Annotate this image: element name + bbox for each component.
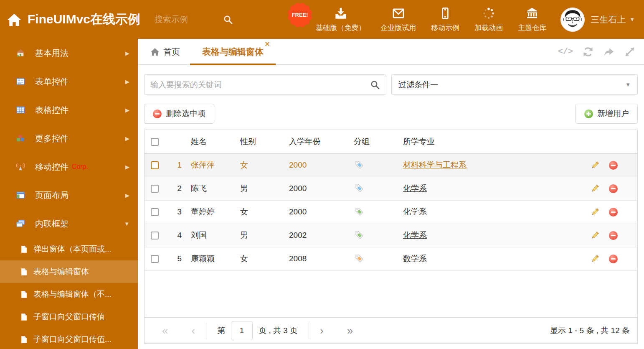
sidebar-subitem-popup[interactable]: 弹出窗体（本页面或... bbox=[0, 238, 138, 260]
delete-selected-button[interactable]: 删除选中项 bbox=[144, 104, 214, 124]
row-checkbox[interactable] bbox=[151, 255, 159, 263]
house-icon bbox=[16, 48, 25, 58]
first-page-button[interactable]: « bbox=[162, 325, 168, 336]
antenna-icon bbox=[16, 162, 25, 171]
sidebar-item-basic[interactable]: 基本用法 ▶ bbox=[0, 39, 138, 67]
header-action-themes[interactable]: 主题仓库 bbox=[518, 7, 546, 33]
table-row: 2陈飞男2000化学系 bbox=[145, 177, 637, 200]
edit-icon[interactable] bbox=[591, 231, 600, 240]
pagination-bar: « ‹ 第 页 , 共 3 页 › » 显示 1 - 5 条 , 共 12 条 bbox=[145, 317, 637, 343]
enroll-year: 2000 bbox=[286, 200, 350, 224]
sidebar-subitem-grid-window-2[interactable]: 表格与编辑窗体（不... bbox=[0, 283, 138, 306]
refresh-icon[interactable] bbox=[582, 46, 594, 58]
edit-icon[interactable] bbox=[591, 254, 600, 263]
search-icon[interactable] bbox=[223, 15, 233, 25]
major-link[interactable]: 化学系 bbox=[403, 231, 427, 239]
student-name: 张萍萍 bbox=[188, 153, 237, 177]
mobile-icon bbox=[439, 7, 452, 20]
sidebar-item-more[interactable]: 更多控件 ▶ bbox=[0, 124, 138, 153]
enroll-year: 2000 bbox=[286, 177, 350, 200]
sidebar-item-mobile[interactable]: 移动控件 Corp. ▶ bbox=[0, 153, 138, 181]
sidebar-item-grid[interactable]: 表格控件 ▶ bbox=[0, 96, 138, 124]
grid-toolbar: 删除选中项 新增用户 bbox=[144, 104, 638, 124]
edit-icon[interactable] bbox=[591, 207, 600, 217]
close-icon[interactable]: × bbox=[265, 40, 270, 48]
sidebar-subitem-child-value-2[interactable]: 子窗口向父窗口传值... bbox=[0, 328, 138, 349]
delete-icon[interactable] bbox=[609, 161, 618, 170]
header-action-basic[interactable]: FREE! 基础版（免费） bbox=[316, 7, 365, 33]
sidebar-item-form[interactable]: 表单控件 ▶ bbox=[0, 67, 138, 96]
keyword-search-input[interactable] bbox=[150, 80, 370, 89]
delete-icon[interactable] bbox=[609, 184, 618, 193]
chevron-right-icon: ▶ bbox=[125, 192, 129, 199]
record-summary: 显示 1 - 5 条 , 共 12 条 bbox=[550, 325, 630, 336]
col-year: 入学年份 bbox=[286, 130, 350, 153]
sidebar-item-layout[interactable]: 页面布局 ▶ bbox=[0, 181, 138, 209]
col-major: 所学专业 bbox=[400, 130, 587, 153]
app-title: FineUIMvc在线示例 bbox=[28, 11, 140, 28]
tag-icon bbox=[354, 229, 364, 239]
enroll-year: 2000 bbox=[286, 153, 350, 177]
edit-icon[interactable] bbox=[591, 184, 600, 193]
table-row: 5康颖颖女2008数学系 bbox=[145, 247, 637, 270]
cubes-icon bbox=[16, 134, 25, 143]
header-search-input[interactable] bbox=[155, 15, 217, 24]
major-link[interactable]: 材料科学与工程系 bbox=[403, 160, 467, 169]
row-checkbox[interactable] bbox=[151, 185, 159, 193]
plus-icon bbox=[584, 110, 593, 118]
enroll-year: 2002 bbox=[286, 224, 350, 247]
col-actions bbox=[587, 130, 637, 153]
major-link[interactable]: 化学系 bbox=[403, 184, 427, 193]
tab-home[interactable]: 首页 bbox=[150, 39, 180, 65]
frames-icon bbox=[16, 219, 25, 228]
avatar[interactable] bbox=[560, 8, 585, 32]
divider bbox=[309, 322, 309, 339]
expand-icon[interactable] bbox=[624, 46, 636, 58]
row-checkbox[interactable] bbox=[151, 161, 159, 169]
share-icon[interactable] bbox=[603, 46, 615, 58]
header-action-enterprise[interactable]: 企业版试用 bbox=[380, 7, 416, 33]
search-icon[interactable] bbox=[370, 80, 380, 90]
select-all-checkbox[interactable] bbox=[151, 138, 159, 146]
table-row: 3董婷婷女2000化学系 bbox=[145, 200, 637, 224]
col-index bbox=[167, 130, 188, 153]
edit-icon[interactable] bbox=[591, 160, 600, 170]
col-name: 姓名 bbox=[188, 130, 237, 153]
delete-icon[interactable] bbox=[609, 231, 618, 240]
row-number: 5 bbox=[167, 247, 188, 270]
top-header: FineUIMvc在线示例 FREE! 基础版（免费） bbox=[0, 0, 644, 39]
user-menu[interactable]: 三生石上 ▼ bbox=[591, 14, 635, 25]
page-number-input[interactable] bbox=[231, 321, 253, 340]
chevron-down-icon: ▼ bbox=[629, 16, 635, 23]
sidebar-item-iframe[interactable]: 内联框架 ▼ bbox=[0, 209, 138, 238]
sidebar-subitem-grid-window[interactable]: 表格与编辑窗体 bbox=[0, 260, 138, 283]
grid-header-row: 姓名 性别 入学年份 分组 所学专业 bbox=[145, 130, 637, 153]
header-action-loading[interactable]: 加载动画 bbox=[474, 7, 503, 33]
student-gender: 男 bbox=[237, 224, 286, 247]
sidebar: 基本用法 ▶ 表单控件 ▶ bbox=[0, 39, 138, 349]
header-actions: FREE! 基础版（免费） 企业版试用 bbox=[301, 7, 644, 33]
student-name: 康颖颖 bbox=[188, 247, 237, 270]
sidebar-subitem-child-value[interactable]: 子窗口向父窗口传值 bbox=[0, 306, 138, 328]
add-user-button[interactable]: 新增用户 bbox=[576, 104, 638, 124]
row-checkbox[interactable] bbox=[151, 232, 159, 239]
free-badge: FREE! bbox=[288, 3, 312, 27]
tab-grid-window[interactable]: 表格与编辑窗体 × bbox=[190, 39, 276, 65]
main-panel: 首页 表格与编辑窗体 × </> bbox=[138, 39, 644, 349]
row-checkbox[interactable] bbox=[151, 208, 159, 216]
filter-dropdown[interactable]: 过滤条件一 ▼ bbox=[391, 74, 638, 95]
delete-icon[interactable] bbox=[609, 208, 618, 217]
prev-page-button[interactable]: ‹ bbox=[191, 325, 195, 336]
major-link[interactable]: 数学系 bbox=[403, 254, 427, 263]
major-link[interactable]: 化学系 bbox=[403, 207, 427, 216]
source-code-icon[interactable]: </> bbox=[558, 46, 573, 58]
home-icon[interactable] bbox=[7, 12, 22, 27]
header-action-mobile[interactable]: 移动示例 bbox=[431, 7, 459, 33]
chevron-down-icon: ▼ bbox=[625, 82, 631, 88]
delete-icon[interactable] bbox=[609, 255, 618, 263]
next-page-button[interactable]: › bbox=[320, 325, 324, 336]
student-name: 董婷婷 bbox=[188, 200, 237, 224]
last-page-button[interactable]: » bbox=[347, 325, 353, 336]
row-number: 1 bbox=[167, 153, 188, 177]
enroll-year: 2008 bbox=[286, 247, 350, 270]
